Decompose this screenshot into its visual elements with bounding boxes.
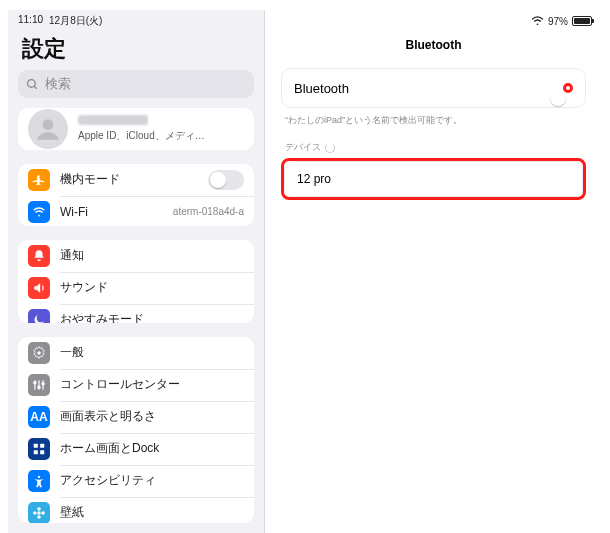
- airplane-icon: [28, 169, 50, 191]
- sidebar-item-label: 一般: [60, 344, 244, 361]
- svg-rect-12: [40, 444, 44, 448]
- accessibility-icon: [28, 470, 50, 492]
- page-title: 設定: [8, 30, 264, 70]
- svg-point-22: [537, 23, 539, 25]
- svg-point-16: [37, 511, 41, 515]
- status-bar: 11:10 12月8日(火): [8, 10, 264, 30]
- aa-icon: AA: [28, 406, 50, 428]
- sidebar-item-notifications[interactable]: 通知: [18, 240, 254, 272]
- sidebar-item-accessibility[interactable]: アクセシビリティ: [18, 465, 254, 497]
- bluetooth-switch-label: Bluetooth: [294, 81, 563, 96]
- status-date: 12月8日(火): [49, 14, 102, 28]
- svg-point-18: [37, 515, 41, 519]
- sidebar-item-label: おやすみモード: [60, 311, 244, 322]
- sliders-icon: [28, 374, 50, 396]
- svg-point-2: [43, 119, 54, 130]
- svg-point-17: [37, 507, 41, 511]
- sidebar-item-airplane[interactable]: 機内モード: [18, 164, 254, 196]
- detail-pane: 97% Bluetooth Bluetooth “わたしのiPad”という名前で…: [264, 10, 602, 533]
- search-input[interactable]: 検索: [18, 70, 254, 98]
- svg-point-20: [41, 511, 45, 515]
- devices-label-text: デバイス: [285, 141, 321, 154]
- svg-rect-14: [40, 450, 44, 454]
- sidebar-item-label: Wi-Fi: [60, 205, 163, 219]
- sidebar-item-display[interactable]: AA 画面表示と明るさ: [18, 401, 254, 433]
- svg-line-1: [34, 86, 37, 89]
- svg-point-15: [38, 476, 40, 478]
- highlight-bluetooth-toggle: [563, 83, 573, 93]
- devices-section-label: デバイス: [281, 141, 586, 158]
- grid-icon: [28, 438, 50, 460]
- device-name: 12 pro: [297, 172, 331, 186]
- gear-icon: [28, 342, 50, 364]
- sidebar-item-general[interactable]: 一般: [18, 337, 254, 369]
- battery-percentage: 97%: [548, 16, 568, 27]
- svg-point-4: [37, 351, 41, 355]
- search-icon: [26, 78, 39, 91]
- airplane-toggle[interactable]: [208, 170, 244, 190]
- sidebar-item-label: アクセシビリティ: [60, 472, 244, 489]
- bell-icon: [28, 245, 50, 267]
- avatar: [28, 109, 68, 149]
- sidebar-group-network: 機内モード Wi-Fi aterm-018a4d-a Bluetooth オン: [18, 164, 254, 226]
- sidebar-item-homescreen[interactable]: ホーム画面とDock: [18, 433, 254, 465]
- detail-title: Bluetooth: [265, 30, 602, 68]
- wifi-status-icon: [531, 16, 544, 26]
- highlight-device-row: 12 pro: [281, 158, 586, 200]
- status-time: 11:10: [18, 14, 43, 28]
- sidebar-item-label: コントロールセンター: [60, 376, 244, 393]
- sidebar-item-wallpaper[interactable]: 壁紙: [18, 497, 254, 523]
- bluetooth-switch-card: Bluetooth: [281, 68, 586, 108]
- svg-rect-11: [34, 444, 38, 448]
- status-bar-right: 97%: [265, 10, 602, 30]
- sidebar-group-general: 一般 コントロールセンター AA 画面表示と明るさ ホーム画面とDock アクセ…: [18, 337, 254, 523]
- svg-rect-13: [34, 450, 38, 454]
- sidebar-item-sound[interactable]: サウンド: [18, 272, 254, 304]
- sidebar-item-label: 機内モード: [60, 171, 198, 188]
- svg-point-8: [34, 381, 36, 383]
- sidebar-item-dnd[interactable]: おやすみモード: [18, 304, 254, 323]
- settings-sidebar: 11:10 12月8日(火) 設定 検索 Apple ID、iCloud、メディ…: [8, 10, 264, 533]
- sidebar-item-label: 画面表示と明るさ: [60, 408, 244, 425]
- battery-icon: [572, 16, 592, 26]
- spinner-icon: [325, 143, 335, 153]
- svg-point-3: [38, 215, 40, 217]
- svg-point-9: [38, 386, 40, 388]
- sidebar-group-notifications: 通知 サウンド おやすみモード スクリーンタイム: [18, 240, 254, 323]
- sidebar-item-label: 壁紙: [60, 504, 244, 521]
- svg-point-19: [33, 511, 37, 515]
- discoverable-hint: “わたしのiPad”という名前で検出可能です。: [281, 108, 586, 141]
- svg-point-0: [28, 79, 36, 87]
- sidebar-item-controlcenter[interactable]: コントロールセンター: [18, 369, 254, 401]
- wifi-network-name: aterm-018a4d-a: [173, 206, 244, 217]
- flower-icon: [28, 502, 50, 523]
- sidebar-item-label: ホーム画面とDock: [60, 440, 244, 457]
- device-row[interactable]: 12 pro: [285, 162, 582, 196]
- speaker-icon: [28, 277, 50, 299]
- profile-subtitle: Apple ID、iCloud、メディ…: [78, 129, 205, 143]
- sidebar-item-label: 通知: [60, 247, 244, 264]
- svg-point-10: [42, 382, 44, 384]
- sidebar-item-wifi[interactable]: Wi-Fi aterm-018a4d-a: [18, 196, 254, 226]
- profile-card[interactable]: Apple ID、iCloud、メディ…: [18, 108, 254, 150]
- sidebar-item-label: サウンド: [60, 279, 244, 296]
- profile-name-blurred: [78, 115, 148, 125]
- moon-icon: [28, 309, 50, 323]
- search-placeholder: 検索: [45, 75, 71, 93]
- wifi-icon: [28, 201, 50, 223]
